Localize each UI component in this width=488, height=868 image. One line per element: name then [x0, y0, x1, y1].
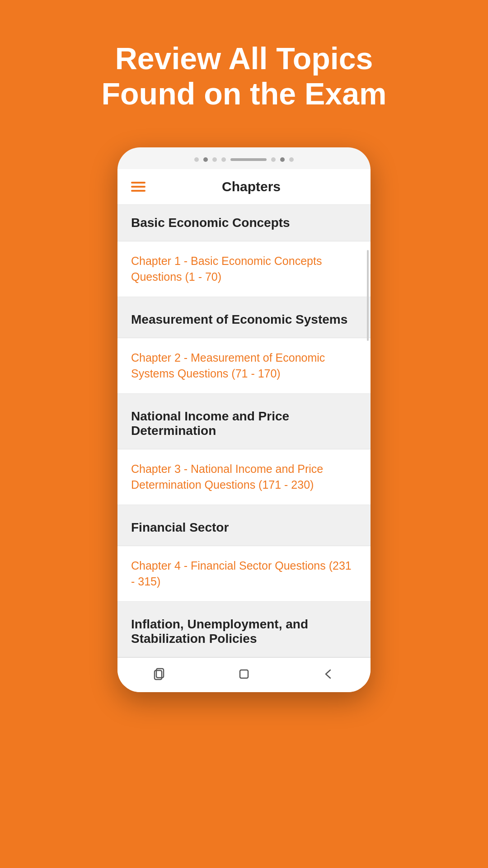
section-title-1: Basic Economic Concepts: [131, 216, 290, 230]
divider-3: [117, 505, 371, 509]
svg-rect-2: [240, 670, 248, 678]
section-title-5: Inflation, Unemployment, and Stabilizati…: [131, 617, 308, 646]
scrollbar-hint: [367, 250, 369, 340]
phone-mockup: Chapters Basic Economic Concepts Chapter…: [117, 147, 371, 692]
dot3: [212, 157, 217, 162]
phone-notch: [230, 158, 267, 161]
hamburger-line2: [131, 186, 145, 188]
divider-4: [117, 602, 371, 606]
header-text: Review All Topics Found on the Exam: [75, 41, 414, 111]
dot1: [194, 157, 199, 162]
dot7: [289, 157, 294, 162]
dot2: [203, 157, 208, 162]
chapter-link-2[interactable]: Chapter 2 - Measurement of Economic Syst…: [117, 338, 371, 394]
home-nav-button[interactable]: [233, 665, 255, 683]
divider-2: [117, 394, 371, 398]
dot4: [221, 157, 226, 162]
divider-1: [117, 297, 371, 302]
section-header-2: Measurement of Economic Systems: [117, 302, 371, 338]
dot5: [271, 157, 276, 162]
section-header-1: Basic Economic Concepts: [117, 205, 371, 241]
chapter-link-3[interactable]: Chapter 3 - National Income and Price De…: [117, 449, 371, 505]
header-line1: Review All Topics: [115, 41, 373, 75]
chapter-link-1[interactable]: Chapter 1 - Basic Economic Concepts Ques…: [117, 241, 371, 297]
phone-bottom-nav: [117, 657, 371, 692]
section-header-3: National Income and Price Determination: [117, 398, 371, 449]
chapter-list-container: Basic Economic Concepts Chapter 1 - Basi…: [117, 205, 371, 657]
phone-status-bar: [117, 157, 371, 169]
recents-nav-button[interactable]: [148, 665, 171, 683]
header-line2: Found on the Exam: [102, 76, 387, 111]
section-title-4: Financial Sector: [131, 520, 229, 534]
hamburger-menu-button[interactable]: [131, 182, 145, 192]
section-header-4: Financial Sector: [117, 509, 371, 546]
dot6: [280, 157, 285, 162]
app-topbar: Chapters: [117, 169, 371, 205]
hamburger-line1: [131, 182, 145, 184]
chapter-list: Basic Economic Concepts Chapter 1 - Basi…: [117, 205, 371, 657]
back-nav-button[interactable]: [317, 665, 340, 683]
hamburger-line3: [131, 190, 145, 192]
section-title-3: National Income and Price Determination: [131, 409, 289, 438]
section-header-5: Inflation, Unemployment, and Stabilizati…: [117, 606, 371, 657]
app-title: Chapters: [145, 179, 357, 194]
section-title-2: Measurement of Economic Systems: [131, 312, 347, 326]
chapter-link-4[interactable]: Chapter 4 - Financial Sector Questions (…: [117, 546, 371, 602]
